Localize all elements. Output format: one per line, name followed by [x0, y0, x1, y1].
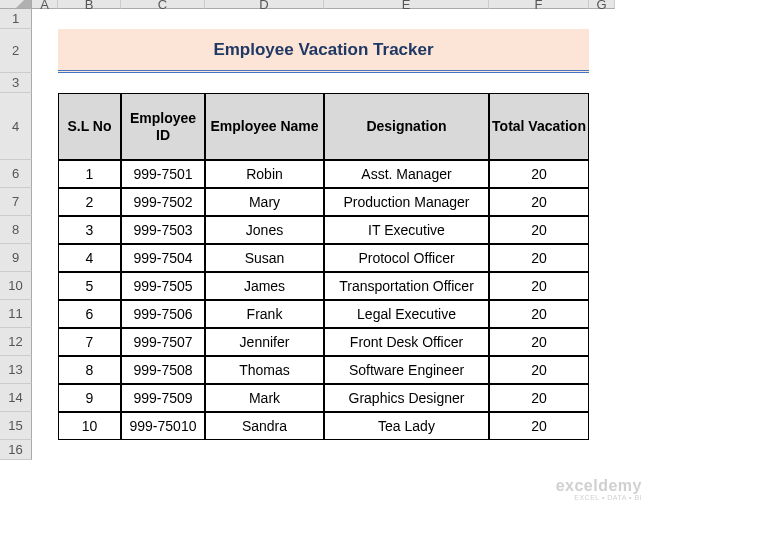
table-cell[interactable]: 1 — [58, 160, 121, 188]
table-cell[interactable]: 999-7502 — [121, 188, 205, 216]
row-header-7[interactable]: 7 — [0, 188, 32, 216]
row-header-8[interactable]: 8 — [0, 216, 32, 244]
table-cell[interactable]: 4 — [58, 244, 121, 272]
header-sl[interactable]: S.L No — [58, 93, 121, 160]
table-cell[interactable]: 7 — [58, 328, 121, 356]
row-header-1[interactable]: 1 — [0, 9, 32, 29]
table-cell[interactable]: Front Desk Officer — [324, 328, 489, 356]
table-cell[interactable]: 9 — [58, 384, 121, 412]
table-cell[interactable]: Legal Executive — [324, 300, 489, 328]
row-header-4[interactable]: 4 — [0, 93, 32, 160]
header-vac[interactable]: Total Vacation — [489, 93, 589, 160]
row-header-3[interactable]: 3 — [0, 73, 32, 93]
col-header-C[interactable]: C — [121, 0, 205, 9]
table-cell[interactable]: Robin — [205, 160, 324, 188]
table-cell[interactable]: 999-7503 — [121, 216, 205, 244]
row-header-10[interactable]: 10 — [0, 272, 32, 300]
row-header-15[interactable]: 15 — [0, 412, 32, 440]
table-cell[interactable]: 5 — [58, 272, 121, 300]
table-cell[interactable]: Tea Lady — [324, 412, 489, 440]
table-cell[interactable]: Jones — [205, 216, 324, 244]
header-name[interactable]: Employee Name — [205, 93, 324, 160]
table-cell[interactable]: 20 — [489, 384, 589, 412]
col-header-B[interactable]: B — [58, 0, 121, 9]
col-header-F[interactable]: F — [489, 0, 589, 9]
table-cell[interactable]: 10 — [58, 412, 121, 440]
table-cell[interactable]: 2 — [58, 188, 121, 216]
row-header-12[interactable]: 12 — [0, 328, 32, 356]
table-cell[interactable]: 999-7507 — [121, 328, 205, 356]
table-cell[interactable]: 999-7505 — [121, 272, 205, 300]
table-cell[interactable]: 999-75010 — [121, 412, 205, 440]
table-cell[interactable]: Software Engineer — [324, 356, 489, 384]
table-cell[interactable]: Asst. Manager — [324, 160, 489, 188]
row-header-9[interactable]: 9 — [0, 244, 32, 272]
table-cell[interactable]: Sandra — [205, 412, 324, 440]
table-cell[interactable]: Frank — [205, 300, 324, 328]
table-cell[interactable]: 20 — [489, 244, 589, 272]
table-cell[interactable]: 3 — [58, 216, 121, 244]
table-cell[interactable]: 999-7506 — [121, 300, 205, 328]
table-cell[interactable]: Susan — [205, 244, 324, 272]
table-cell[interactable]: Thomas — [205, 356, 324, 384]
header-empid[interactable]: Employee ID — [121, 93, 205, 160]
table-cell[interactable]: 20 — [489, 412, 589, 440]
col-header-D[interactable]: D — [205, 0, 324, 9]
row-header-11[interactable]: 11 — [0, 300, 32, 328]
select-all-corner[interactable] — [0, 0, 32, 9]
header-desig[interactable]: Designation — [324, 93, 489, 160]
table-cell[interactable]: James — [205, 272, 324, 300]
page-title[interactable]: Employee Vacation Tracker — [58, 29, 589, 73]
table-cell[interactable]: 999-7504 — [121, 244, 205, 272]
table-cell[interactable]: 999-7509 — [121, 384, 205, 412]
table-cell[interactable]: Transportation Officer — [324, 272, 489, 300]
col-header-A[interactable]: A — [32, 0, 58, 9]
row-header-6[interactable]: 6 — [0, 160, 32, 188]
table-cell[interactable]: 8 — [58, 356, 121, 384]
table-cell[interactable]: Jennifer — [205, 328, 324, 356]
row-header-14[interactable]: 14 — [0, 384, 32, 412]
row-header-2[interactable]: 2 — [0, 29, 32, 73]
col-header-E[interactable]: E — [324, 0, 489, 9]
col-header-G[interactable]: G — [589, 0, 615, 9]
table-cell[interactable]: 20 — [489, 272, 589, 300]
row-header-16[interactable]: 16 — [0, 440, 32, 460]
table-cell[interactable]: 6 — [58, 300, 121, 328]
table-cell[interactable]: 20 — [489, 328, 589, 356]
table-cell[interactable]: Production Manager — [324, 188, 489, 216]
table-cell[interactable]: Mary — [205, 188, 324, 216]
table-cell[interactable]: 20 — [489, 188, 589, 216]
table-cell[interactable]: 999-7501 — [121, 160, 205, 188]
spreadsheet-grid: A B C D E F G 1 2 3 4 5 6 7 8 9 10 11 12… — [0, 0, 767, 460]
table-cell[interactable]: Mark — [205, 384, 324, 412]
table-cell[interactable]: 20 — [489, 356, 589, 384]
table-cell[interactable]: IT Executive — [324, 216, 489, 244]
table-cell[interactable]: 20 — [489, 160, 589, 188]
watermark: exceldemy EXCEL • DATA • BI — [556, 477, 642, 502]
row-header-13[interactable]: 13 — [0, 356, 32, 384]
table-cell[interactable]: 999-7508 — [121, 356, 205, 384]
table-cell[interactable]: Protocol Officer — [324, 244, 489, 272]
table-cell[interactable]: Graphics Designer — [324, 384, 489, 412]
table-cell[interactable]: 20 — [489, 300, 589, 328]
watermark-tagline: EXCEL • DATA • BI — [556, 494, 642, 502]
table-cell[interactable]: 20 — [489, 216, 589, 244]
watermark-logo: exceldemy — [556, 477, 642, 495]
